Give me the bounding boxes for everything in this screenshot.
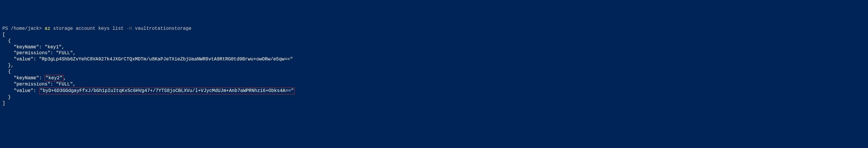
value2-highlight: "byD+6D3GGdgayFfxJ/bGh1pIuItqKx5c6HVg47+… bbox=[39, 88, 295, 94]
json-object-open2: { bbox=[2, 69, 866, 75]
command-flag: -n bbox=[126, 26, 132, 31]
json-keyname2-line: "keyName": "key2", bbox=[2, 75, 866, 82]
prompt-line[interactable]: PS /home/jack> az storage account keys l… bbox=[2, 26, 866, 32]
json-keyname1: "keyName": "key1", bbox=[2, 44, 866, 50]
json-keyname2-suffix: , bbox=[63, 75, 66, 81]
json-value2-line: "value": "byD+6D3GGdgayFfxJ/bGh1pIuItqKx… bbox=[2, 88, 866, 94]
prompt-prefix: PS /home/jack> bbox=[2, 26, 45, 31]
command-args: storage account keys list bbox=[50, 26, 126, 31]
terminal-output: PS /home/jack> az storage account keys l… bbox=[2, 26, 866, 106]
json-value2-prefix: "value": bbox=[2, 88, 39, 94]
json-object-close2: } bbox=[2, 94, 866, 101]
command-az: az bbox=[45, 26, 50, 31]
json-close-bracket: ] bbox=[2, 101, 866, 107]
key2-highlight: "key2" bbox=[45, 75, 63, 82]
json-open-bracket: [ bbox=[2, 32, 866, 38]
json-object-open: { bbox=[2, 38, 866, 44]
command-arg-value: vaultrotationstorage bbox=[132, 26, 192, 31]
json-keyname2-prefix: "keyName": bbox=[2, 75, 45, 81]
json-permissions1: "permissions": "FULL", bbox=[2, 50, 866, 56]
json-value1: "value": "Rp3gLp4Shb6ZvYehC8VA927k4JXGrC… bbox=[2, 56, 866, 63]
json-permissions2: "permissions": "FULL", bbox=[2, 81, 866, 88]
json-object-close1: }, bbox=[2, 63, 866, 69]
